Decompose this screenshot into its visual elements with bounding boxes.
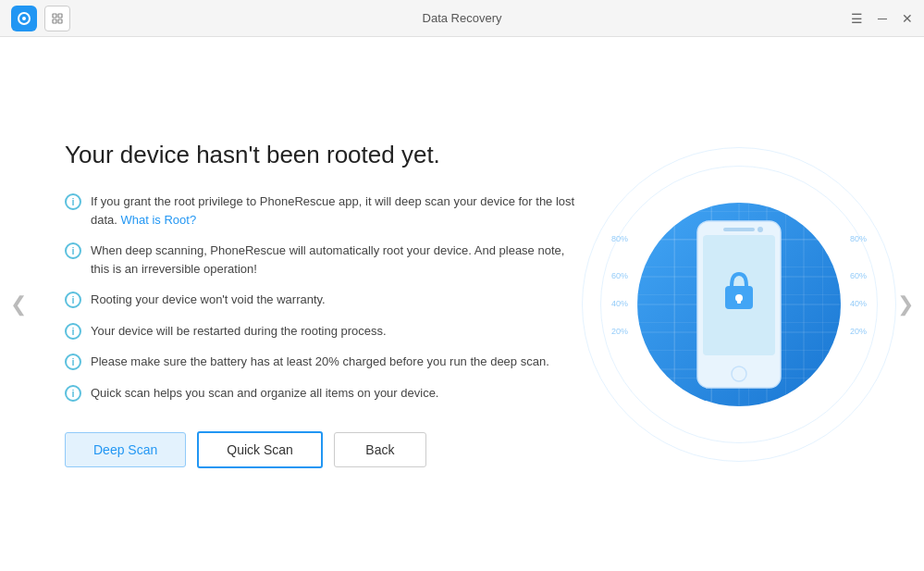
back-button[interactable]: Back xyxy=(334,432,426,467)
svg-point-31 xyxy=(758,227,763,232)
info-text-3: Rooting your device won't void the warra… xyxy=(91,291,326,309)
deep-scan-button[interactable]: Deep Scan xyxy=(65,432,186,467)
info-list: i If you grant the root privilege to Pho… xyxy=(65,192,582,402)
svg-rect-5 xyxy=(58,19,62,23)
main-area: ❮ Your device hasn't been rooted yet. i … xyxy=(0,37,924,571)
svg-text:60%: 60% xyxy=(611,271,628,280)
window-title: Data Recovery xyxy=(423,11,502,25)
list-item: i Quick scan helps you scan and organize… xyxy=(65,384,582,403)
left-panel: Your device hasn't been rooted yet. i If… xyxy=(65,140,582,469)
svg-rect-3 xyxy=(58,14,62,18)
app-logo xyxy=(11,6,37,31)
titlebar-action-icon[interactable] xyxy=(44,6,70,31)
info-text-4: Your device will be restarted during the… xyxy=(91,322,387,341)
action-buttons: Deep Scan Quick Scan Back xyxy=(65,431,582,468)
svg-text:40%: 40% xyxy=(611,299,628,308)
left-labels: 80% 60% 40% 20% xyxy=(610,203,637,406)
info-text-6: Quick scan helps you scan and organize a… xyxy=(91,384,438,403)
svg-rect-4 xyxy=(53,19,56,23)
info-icon-3: i xyxy=(65,292,81,308)
svg-point-1 xyxy=(22,17,26,20)
right-panel: 80% 60% 40% 20% 80% 60% 40% 20% xyxy=(619,175,859,434)
list-item: i Please make sure the battery has at le… xyxy=(65,353,582,371)
svg-text:80%: 80% xyxy=(611,234,628,243)
info-icon-2: i xyxy=(65,242,81,259)
list-item: i If you grant the root privilege to Pho… xyxy=(65,192,582,229)
svg-text:60%: 60% xyxy=(850,271,867,280)
info-text-5: Please make sure the battery has at leas… xyxy=(91,353,549,371)
phone-svg xyxy=(688,217,790,392)
page-title: Your device hasn't been rooted yet. xyxy=(65,140,582,171)
svg-rect-28 xyxy=(737,298,741,304)
right-labels: 80% 60% 40% 20% xyxy=(841,203,869,406)
info-icon-1: i xyxy=(65,193,81,210)
svg-rect-2 xyxy=(53,14,56,18)
svg-text:80%: 80% xyxy=(850,234,867,243)
list-item: i Your device will be restarted during t… xyxy=(65,322,582,341)
list-item: i When deep scanning, PhoneRescue will a… xyxy=(65,242,582,278)
info-text-1: If you grant the root privilege to Phone… xyxy=(91,192,582,229)
list-item: i Rooting your device won't void the war… xyxy=(65,291,582,309)
phone-illustration: 80% 60% 40% 20% 80% 60% 40% 20% xyxy=(619,175,859,434)
info-icon-6: i xyxy=(65,385,81,402)
content-area: Your device hasn't been rooted yet. i If… xyxy=(37,37,887,571)
info-text-2: When deep scanning, PhoneRescue will aut… xyxy=(91,242,582,278)
close-icon[interactable]: ✕ xyxy=(902,12,913,25)
svg-rect-30 xyxy=(723,228,755,231)
info-icon-5: i xyxy=(65,354,81,370)
titlebar: Data Recovery ☰ ─ ✕ xyxy=(0,0,924,37)
prev-nav-arrow[interactable]: ❮ xyxy=(0,37,37,571)
quick-scan-button[interactable]: Quick Scan xyxy=(197,431,323,468)
svg-text:20%: 20% xyxy=(850,327,867,336)
titlebar-controls: ☰ ─ ✕ xyxy=(851,12,913,25)
svg-text:40%: 40% xyxy=(850,299,867,308)
titlebar-left xyxy=(11,6,70,31)
what-is-root-link[interactable]: What is Root? xyxy=(121,213,197,227)
minimize-icon[interactable]: ─ xyxy=(878,12,887,25)
info-icon-4: i xyxy=(65,323,81,340)
menu-icon[interactable]: ☰ xyxy=(851,12,863,25)
svg-text:20%: 20% xyxy=(611,327,628,336)
